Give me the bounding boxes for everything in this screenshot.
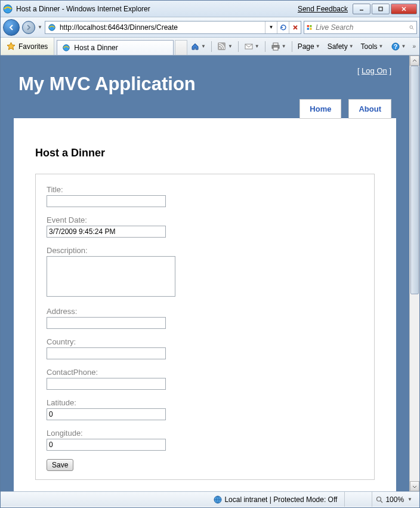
label-eventdate: Event Date:	[47, 215, 363, 224]
svg-rect-20	[273, 47, 278, 50]
address-bar[interactable]: ▼	[45, 21, 301, 34]
mail-icon	[244, 42, 254, 51]
home-button[interactable]: ▼	[187, 40, 209, 53]
label-latitude: Latitude:	[47, 398, 363, 407]
chevron-expand-icon[interactable]: »	[412, 43, 416, 50]
url-input[interactable]	[58, 22, 265, 33]
search-input[interactable]	[314, 23, 407, 32]
input-latitude[interactable]	[47, 408, 166, 420]
tab-title: Host a Dinner	[74, 44, 118, 52]
label-country: Country:	[47, 337, 363, 346]
search-box[interactable]	[304, 21, 417, 34]
navigation-bar: ▼ ▼	[1, 17, 419, 38]
save-button[interactable]: Save	[47, 459, 73, 471]
svg-text:?: ?	[393, 44, 397, 50]
svg-rect-8	[307, 25, 309, 27]
input-title[interactable]	[47, 195, 166, 207]
scroll-track[interactable]	[410, 66, 419, 481]
minimize-button[interactable]	[353, 4, 370, 14]
feeds-button[interactable]: ▼	[214, 40, 236, 53]
nav-about[interactable]: About	[348, 99, 391, 119]
home-icon	[190, 42, 200, 51]
label-longitude: Longitude:	[47, 429, 363, 438]
command-bar: Favorites Host a Dinner ▼ ▼ ▼ ▼ Page▼ Sa…	[1, 38, 419, 56]
tools-menu[interactable]: Tools▼	[358, 41, 387, 53]
scroll-up-button[interactable]	[410, 56, 419, 66]
label-title: Title:	[47, 185, 363, 194]
zoom-text: 100%	[385, 495, 404, 504]
page-icon	[48, 23, 56, 32]
send-feedback-link[interactable]: Send Feedback	[298, 5, 348, 13]
svg-point-16	[220, 47, 221, 49]
star-icon	[7, 42, 16, 51]
zone-text: Local intranet | Protected Mode: Off	[224, 495, 337, 504]
zoom-icon	[376, 496, 383, 503]
rss-icon	[217, 42, 227, 51]
ie-icon	[3, 4, 13, 14]
globe-icon	[214, 495, 222, 504]
back-button[interactable]	[3, 19, 20, 36]
label-contactphone: ContactPhone:	[47, 368, 363, 377]
zoom-dropdown-icon[interactable]: ▼	[407, 497, 412, 502]
svg-line-13	[412, 28, 413, 29]
url-dropdown[interactable]: ▼	[265, 21, 277, 33]
favorites-label: Favorites	[18, 42, 48, 51]
page-heading: Host a Dinner	[35, 147, 375, 159]
windows-logo-icon	[307, 23, 312, 32]
scroll-down-button[interactable]	[410, 481, 419, 491]
logon-link[interactable]: Log On	[362, 66, 387, 75]
help-icon: ?	[391, 42, 400, 51]
favorites-button[interactable]: Favorites	[1, 38, 54, 55]
svg-rect-18	[273, 43, 278, 45]
maximize-button[interactable]	[372, 4, 390, 14]
label-description: Description:	[47, 246, 363, 255]
nav-home[interactable]: Home	[299, 99, 341, 119]
tab-page-icon	[62, 44, 70, 52]
input-address[interactable]	[47, 317, 166, 329]
input-contactphone[interactable]	[47, 378, 166, 390]
input-longitude[interactable]	[47, 439, 166, 451]
print-button[interactable]: ▼	[268, 40, 289, 53]
status-slot	[344, 492, 368, 507]
zoom-control[interactable]: 100% ▼	[372, 492, 416, 507]
svg-line-25	[381, 501, 382, 503]
input-eventdate[interactable]	[47, 226, 166, 238]
dinner-form: Title: Event Date: Description: Address:…	[35, 174, 375, 480]
safety-menu[interactable]: Safety▼	[325, 41, 357, 53]
status-bar: Local intranet | Protected Mode: Off 100…	[1, 491, 419, 507]
label-address: Address:	[47, 307, 363, 316]
scroll-thumb[interactable]	[410, 66, 419, 294]
svg-rect-9	[310, 25, 311, 27]
mail-button[interactable]: ▼	[241, 40, 262, 53]
vertical-scrollbar[interactable]	[409, 56, 419, 491]
svg-point-24	[377, 497, 381, 501]
svg-point-12	[410, 26, 413, 29]
refresh-button[interactable]	[277, 21, 289, 33]
security-zone[interactable]: Local intranet | Protected Mode: Off	[210, 492, 341, 507]
page-menu[interactable]: Page▼	[295, 41, 323, 53]
svg-rect-11	[310, 27, 311, 29]
page-viewport: [ Log On ] My MVC Application Home About…	[1, 56, 409, 491]
close-button[interactable]	[391, 4, 417, 14]
svg-rect-2	[379, 7, 382, 11]
window-title: Host a Dinner - Windows Internet Explore…	[16, 5, 150, 13]
help-button[interactable]: ?▼	[388, 40, 409, 53]
logon-section: [ Log On ]	[357, 66, 391, 75]
input-description[interactable]	[47, 256, 175, 297]
search-icon[interactable]	[409, 24, 414, 31]
forward-button[interactable]	[22, 21, 35, 34]
app-title: My MVC Application	[18, 73, 391, 95]
history-dropdown[interactable]: ▼	[38, 24, 42, 30]
window-titlebar: Host a Dinner - Windows Internet Explore…	[1, 1, 419, 17]
browser-tab[interactable]: Host a Dinner	[57, 40, 173, 55]
svg-rect-10	[307, 27, 309, 29]
stop-button[interactable]	[289, 21, 301, 33]
print-icon	[271, 42, 280, 51]
new-tab-button[interactable]	[175, 40, 187, 55]
input-country[interactable]	[47, 347, 166, 359]
